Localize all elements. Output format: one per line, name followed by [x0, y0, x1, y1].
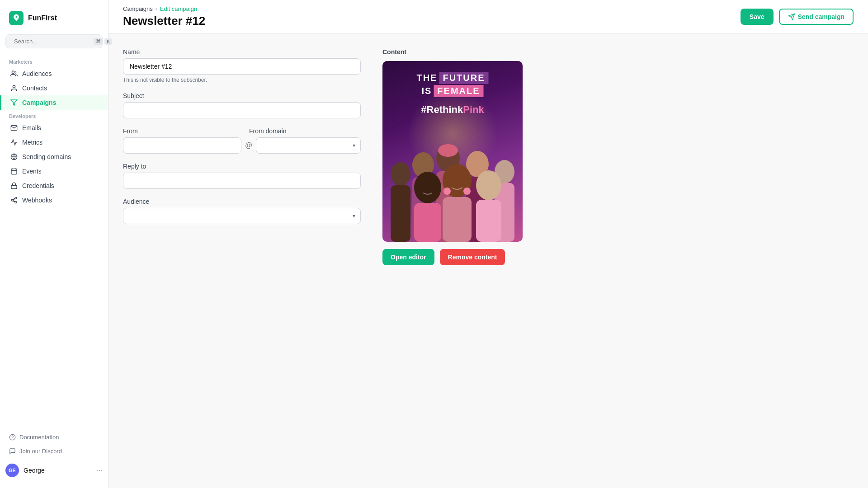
name-hint: This is not visible to the subscriber. — [123, 77, 361, 83]
save-button[interactable]: Save — [741, 9, 774, 25]
sidebar-item-contacts-label: Contacts — [22, 84, 47, 92]
svg-point-19 — [438, 144, 458, 157]
from-row: @ ▾ — [123, 137, 361, 154]
main-area: Campaigns › Edit campaign Newsletter #12… — [108, 0, 868, 488]
name-field-section: Name This is not visible to the subscrib… — [123, 48, 361, 83]
breadcrumb-chevron: › — [156, 6, 157, 12]
headline-line2: IS FEMALE — [390, 85, 516, 97]
breadcrumb-parent[interactable]: Campaigns — [123, 5, 153, 12]
from-domain-select[interactable] — [256, 137, 361, 154]
svg-rect-5 — [11, 169, 17, 174]
sidebar-item-sending-domains[interactable]: Sending domains — [0, 150, 108, 164]
svg-point-25 — [414, 172, 441, 203]
sidebar-item-events[interactable]: Events — [0, 164, 108, 178]
audience-field-section: Audience ▾ — [123, 198, 361, 224]
word-female: FEMALE — [434, 85, 483, 97]
women-figures — [382, 115, 523, 242]
sidebar-item-webhooks-label: Webhooks — [22, 197, 52, 204]
audiences-icon — [10, 70, 18, 77]
hashtag-rethink: #Rethink — [421, 104, 463, 115]
emails-icon — [10, 124, 18, 131]
doc-icon — [9, 434, 16, 441]
svg-point-28 — [443, 188, 451, 195]
contacts-icon — [10, 84, 18, 92]
sidebar-item-metrics-label: Metrics — [22, 139, 42, 146]
svg-point-31 — [476, 170, 501, 200]
sidebar-item-audiences[interactable]: Audiences — [0, 66, 108, 81]
word-is: IS — [421, 86, 432, 96]
sidebar-item-emails[interactable]: Emails — [0, 121, 108, 135]
from-domain-label: From domain — [240, 127, 361, 135]
bottom-links: Documentation Join our Discord — [0, 428, 108, 460]
two-col-layout: Name This is not visible to the subscrib… — [123, 48, 620, 265]
subject-label: Subject — [123, 92, 361, 99]
remove-content-button[interactable]: Remove content — [440, 249, 505, 265]
audience-select-wrapper: ▾ — [123, 208, 361, 224]
from-label: From — [123, 127, 235, 135]
app-logo: FunFirst — [0, 7, 108, 34]
name-label: Name — [123, 48, 361, 56]
sidebar-item-audiences-label: Audiences — [22, 70, 52, 77]
sidebar-item-events-label: Events — [22, 168, 42, 175]
audience-label: Audience — [123, 198, 361, 205]
svg-rect-26 — [414, 203, 441, 242]
app-name: FunFirst — [28, 14, 57, 22]
name-input[interactable] — [123, 58, 361, 75]
svg-point-14 — [391, 162, 410, 186]
svg-rect-9 — [11, 185, 17, 188]
content-area: Name This is not visible to the subscrib… — [108, 34, 868, 488]
breadcrumb-current: Edit campaign — [160, 5, 197, 12]
sidebar-item-campaigns-label: Campaigns — [22, 99, 56, 106]
at-symbol: @ — [245, 141, 252, 150]
sidebar-item-sending-domains-label: Sending domains — [22, 153, 71, 160]
reply-to-field-section: Reply to — [123, 163, 361, 189]
user-row[interactable]: GE George ··· — [0, 460, 108, 481]
reply-to-input[interactable] — [123, 173, 361, 189]
user-more-icon[interactable]: ··· — [97, 466, 103, 474]
events-icon — [10, 168, 18, 175]
sidebar-item-webhooks[interactable]: Webhooks — [0, 193, 108, 207]
from-input[interactable] — [123, 137, 241, 154]
avatar: GE — [5, 464, 19, 477]
form-column: Name This is not visible to the subscrib… — [123, 48, 361, 265]
from-domain-select-wrapper: ▾ — [256, 137, 361, 154]
sidebar-item-contacts[interactable]: Contacts — [0, 81, 108, 95]
svg-rect-15 — [391, 185, 410, 242]
headline-line1: THE FUTURE — [390, 72, 516, 84]
sidebar-item-credentials-label: Credentials — [22, 182, 54, 189]
from-field-section: From From domain @ ▾ — [123, 127, 361, 154]
page-title: Newsletter #12 — [123, 14, 205, 28]
content-label: Content — [382, 48, 620, 56]
developers-section-label: Developers — [0, 110, 108, 121]
documentation-link[interactable]: Documentation — [0, 430, 108, 444]
sidebar: FunFirst ⌘ K Marketers Audiences Contact… — [0, 0, 108, 488]
search-bar[interactable]: ⌘ K — [5, 34, 103, 48]
discord-icon — [9, 448, 16, 455]
preview-actions: Open editor Remove content — [382, 249, 620, 265]
svg-point-29 — [463, 188, 471, 195]
discord-link[interactable]: Join our Discord — [0, 444, 108, 458]
documentation-label: Documentation — [19, 434, 59, 441]
audience-select[interactable] — [123, 208, 361, 224]
content-column: Content THE FUTURE IS FEMALE — [382, 48, 620, 265]
open-editor-button[interactable]: Open editor — [382, 249, 434, 265]
sidebar-item-metrics[interactable]: Metrics — [0, 135, 108, 150]
marketers-section-label: Marketers — [0, 56, 108, 66]
user-name: George — [24, 467, 92, 474]
webhooks-icon — [10, 197, 18, 204]
metrics-icon — [10, 139, 18, 146]
campaign-preview: THE FUTURE IS FEMALE #RethinkPink — [382, 61, 523, 242]
subject-field-section: Subject — [123, 92, 361, 118]
sidebar-item-campaigns[interactable]: Campaigns — [0, 95, 108, 110]
reply-to-label: Reply to — [123, 163, 361, 170]
discord-label: Join our Discord — [19, 448, 62, 455]
word-future: FUTURE — [439, 72, 488, 84]
breadcrumb: Campaigns › Edit campaign — [123, 5, 205, 12]
search-input[interactable] — [14, 38, 90, 45]
word-the: THE — [416, 73, 437, 83]
hashtag: #RethinkPink — [421, 104, 484, 116]
subject-input[interactable] — [123, 102, 361, 118]
hashtag-pink: Pink — [463, 104, 484, 115]
send-campaign-button[interactable]: Send campaign — [779, 9, 854, 25]
sidebar-item-credentials[interactable]: Credentials — [0, 178, 108, 193]
